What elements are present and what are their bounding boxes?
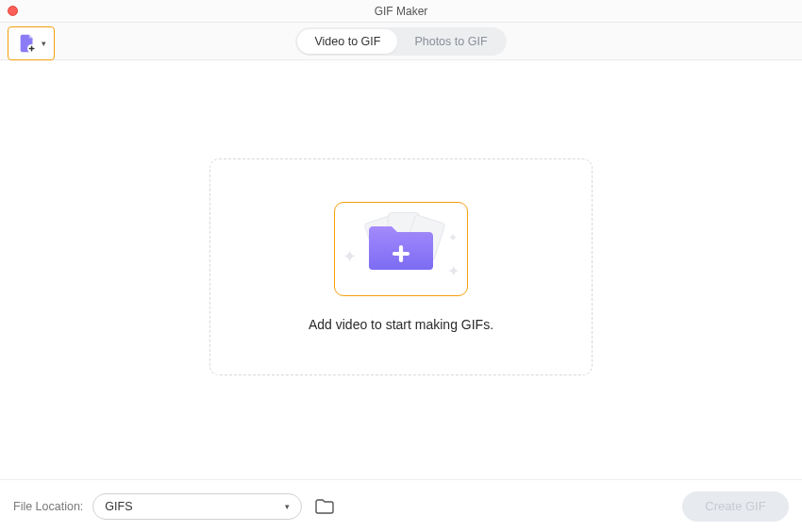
window-controls [8,6,18,16]
folder-icon [315,499,334,514]
main-canvas: ✦ ✦ ✦ [0,60,802,375]
chevron-down-icon: ▾ [285,502,290,511]
create-gif-button[interactable]: Create GIF [682,491,789,522]
file-location-label: File Location: [13,500,83,513]
sparkle-icon: ✦ [448,231,458,244]
document-add-icon [17,33,38,54]
add-video-tile[interactable]: ✦ ✦ ✦ [334,202,468,296]
browse-folder-button[interactable] [311,495,338,518]
file-location-value: GIFS [105,500,132,513]
folder-plus-icon [365,221,437,277]
chevron-down-icon: ▾ [42,39,46,48]
file-location-select[interactable]: GIFS ▾ [92,493,302,520]
footer: File Location: GIFS ▾ Create GIF [0,479,802,532]
mode-switch: Video to GIF Photos to GIF [295,27,506,56]
dropzone[interactable]: ✦ ✦ ✦ [209,158,593,375]
close-window-button[interactable] [8,6,18,16]
window-title: GIF Maker [375,5,428,18]
toolbar: ▾ Video to GIF Photos to GIF [0,23,802,60]
tab-photos-to-gif[interactable]: Photos to GIF [397,29,504,54]
tab-video-to-gif[interactable]: Video to GIF [297,29,397,54]
sparkle-icon: ✦ [343,246,357,267]
add-file-button[interactable]: ▾ [8,26,55,60]
dropzone-prompt: Add video to start making GIFs. [309,317,493,332]
sparkle-icon: ✦ [447,262,459,280]
titlebar: GIF Maker [0,0,802,23]
